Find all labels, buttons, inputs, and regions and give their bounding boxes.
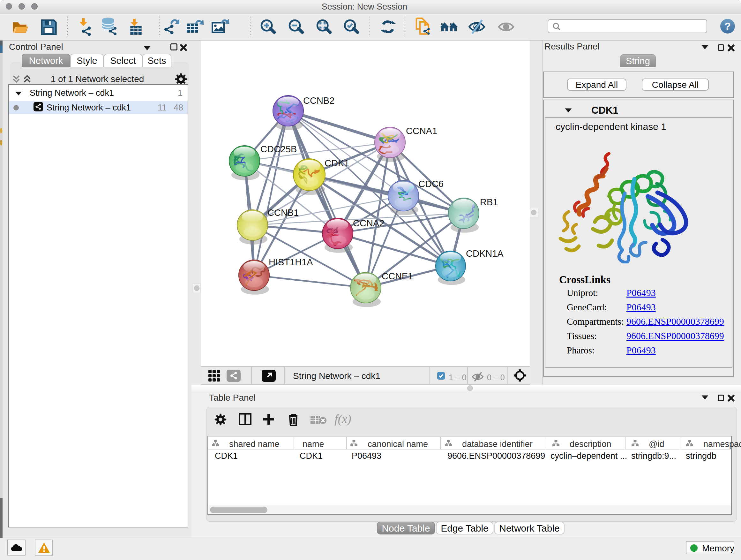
svg-text:CDKN1A: CDKN1A xyxy=(466,248,503,259)
svg-text:CCNB2: CCNB2 xyxy=(303,96,334,106)
svg-text:CDK1: CDK1 xyxy=(325,158,349,168)
svg-text:RB1: RB1 xyxy=(480,197,498,207)
svg-text:CDC25B: CDC25B xyxy=(260,144,297,154)
svg-text:CDC6: CDC6 xyxy=(418,179,444,189)
svg-text:CCNB1: CCNB1 xyxy=(267,207,299,218)
svg-text:CCNA1: CCNA1 xyxy=(406,126,437,136)
svg-text:CCNA2: CCNA2 xyxy=(353,218,384,228)
svg-text:HIST1H1A: HIST1H1A xyxy=(269,257,313,267)
svg-text:CCNE1: CCNE1 xyxy=(382,271,413,281)
